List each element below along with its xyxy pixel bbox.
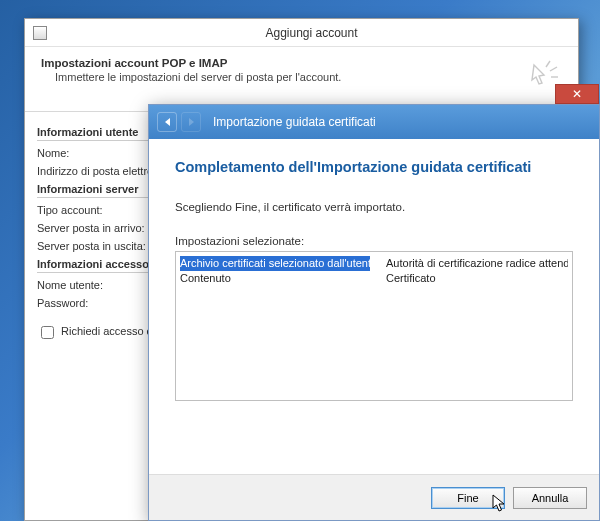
- arrow-right-icon: [189, 118, 194, 126]
- wizard-titlebar: Importazione guidata certificati: [149, 105, 599, 139]
- settings-row[interactable]: Contenuto Certificato: [180, 271, 568, 286]
- settings-key: Contenuto: [180, 271, 370, 286]
- wizard-heading: Completamento dell'Importazione guidata …: [175, 159, 573, 175]
- wizard-footer: Fine Annulla: [149, 474, 599, 520]
- forward-button: [181, 112, 201, 132]
- add-account-title: Aggiungi account: [53, 26, 570, 40]
- certificate-import-wizard: ✕ Importazione guidata certificati Compl…: [148, 104, 600, 521]
- wizard-body: Completamento dell'Importazione guidata …: [149, 139, 599, 474]
- settings-label: Impostazioni selezionate:: [175, 235, 573, 247]
- add-account-titlebar: Aggiungi account: [25, 19, 578, 47]
- header-subtitle: Immettere le impostazioni del server di …: [41, 71, 522, 83]
- finish-button[interactable]: Fine: [431, 487, 505, 509]
- settings-key: Archivio certificati selezionato dall'ut…: [180, 256, 370, 271]
- close-icon: ✕: [572, 87, 582, 101]
- header-title: Impostazioni account POP e IMAP: [41, 57, 522, 69]
- settings-value: Certificato: [386, 271, 568, 286]
- cancel-button[interactable]: Annulla: [513, 487, 587, 509]
- wizard-paragraph: Scegliendo Fine, il certificato verrà im…: [175, 201, 573, 213]
- close-button[interactable]: ✕: [555, 84, 599, 104]
- svg-line-0: [546, 61, 550, 67]
- window-app-icon: [33, 26, 47, 40]
- back-button[interactable]: [157, 112, 177, 132]
- settings-listbox[interactable]: Archivio certificati selezionato dall'ut…: [175, 251, 573, 401]
- header-section: Impostazioni account POP e IMAP Immetter…: [25, 47, 578, 112]
- settings-value: Autorità di certificazione radice attend…: [386, 256, 568, 271]
- settings-row-selected[interactable]: Archivio certificati selezionato dall'ut…: [180, 256, 568, 271]
- spa-checkbox[interactable]: [41, 326, 54, 339]
- arrow-left-icon: [165, 118, 170, 126]
- svg-line-1: [550, 67, 557, 71]
- wizard-title: Importazione guidata certificati: [213, 115, 599, 129]
